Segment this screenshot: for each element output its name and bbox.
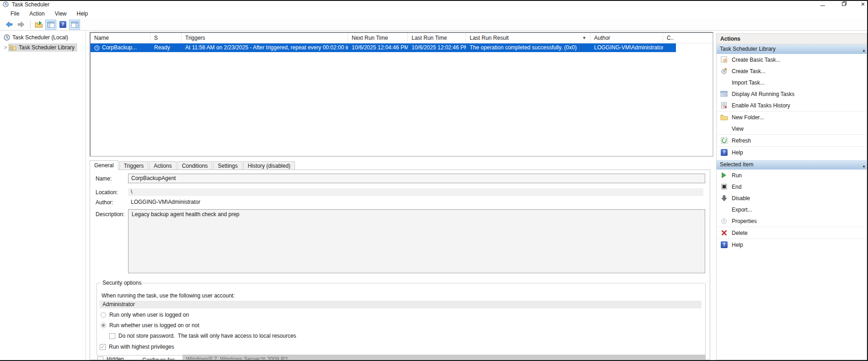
task-scheduler-window: Task Scheduler × File Action View Help ? — [0, 1, 867, 360]
action-label: Help — [732, 149, 743, 156]
action-view[interactable]: View — [717, 123, 867, 134]
checkbox-icon[interactable] — [109, 333, 115, 339]
help-icon: ? — [721, 241, 728, 248]
task-list-header: Name S Triggers Next Run Time Last Run T… — [91, 33, 713, 43]
action-label: Create Basic Task... — [732, 57, 781, 63]
tab-history[interactable]: History (disabled) — [243, 161, 295, 170]
checkbox-hidden[interactable]: Hidden — [97, 356, 124, 360]
collapse-chevron-icon[interactable]: ▲ — [862, 162, 866, 171]
tab-general[interactable]: General — [90, 160, 118, 170]
task-name-cell: CorpBackup... — [102, 43, 137, 52]
action-refresh[interactable]: Refresh — [717, 135, 867, 146]
description-field[interactable]: Legacy backup agent health check and pre… — [128, 209, 705, 273]
column-header-last-run-result[interactable]: Last Run Result ▼ — [466, 33, 590, 43]
column-header-last-run-time[interactable]: Last Run Time — [408, 33, 466, 43]
author-field: LOGGING-VM\Administrator — [131, 199, 200, 205]
task-author-cell: LOGGING-VM\Administrator — [590, 43, 663, 52]
tree-root-label: Task Scheduler (Local) — [12, 34, 68, 41]
radio-selected-icon[interactable] — [101, 323, 106, 328]
action-end[interactable]: End — [717, 181, 867, 192]
console-tree-toggle-button[interactable] — [45, 20, 56, 30]
action-properties[interactable]: Properties — [717, 215, 867, 227]
tree-library-label: Task Scheduler Library — [19, 44, 75, 51]
action-run[interactable]: Run — [717, 170, 867, 181]
actions-pane-header: Actions — [717, 34, 867, 44]
menu-action[interactable]: Action — [24, 10, 49, 18]
hidden-checkbox-icon[interactable] — [97, 356, 103, 361]
security-options-group: Security options When running the task, … — [96, 280, 706, 356]
menubar: File Action View Help — [0, 8, 867, 19]
menu-file[interactable]: File — [5, 10, 24, 18]
action-label: End — [732, 184, 741, 190]
column-header-status[interactable]: S — [150, 33, 182, 43]
restore-button[interactable] — [837, 1, 851, 8]
checkbox-run-highest-privileges[interactable]: ✓ Run with highest privileges — [100, 344, 174, 350]
console-tree-toggle-icon — [47, 21, 55, 28]
help-toolbar-button[interactable]: ? — [57, 20, 68, 30]
column-header-name[interactable]: Name — [91, 33, 150, 43]
security-options-title: Security options — [101, 280, 143, 286]
tab-actions[interactable]: Actions — [149, 161, 176, 170]
action-new-folder[interactable]: New Folder... — [717, 111, 867, 123]
tab-conditions[interactable]: Conditions — [177, 161, 213, 170]
app-clock-icon — [3, 1, 9, 7]
tab-settings[interactable]: Settings — [213, 161, 242, 170]
close-button[interactable]: × — [856, 1, 868, 8]
action-create-task[interactable]: Create Task... — [717, 65, 867, 77]
radio-run-only-logged-on[interactable]: Run only when user is logged on — [101, 312, 189, 318]
section-task-scheduler-library[interactable]: Task Scheduler Library ▲ — [717, 44, 867, 54]
action-create-basic-task[interactable]: Create Basic Task... — [717, 54, 867, 65]
name-label: Name: — [96, 175, 112, 182]
help-icon: ? — [721, 149, 728, 156]
action-help-library[interactable]: ? Help — [717, 147, 867, 158]
action-label: Delete — [732, 230, 748, 236]
action-pane-toggle-button[interactable] — [69, 20, 80, 30]
forward-button[interactable] — [16, 20, 27, 30]
description-label: Description: — [96, 211, 124, 218]
column-header-author[interactable]: Author — [590, 33, 663, 43]
task-last-run-cell: 10/6/2025 12:02:46 PM — [408, 43, 466, 52]
account-value-field: Administrator — [100, 301, 702, 308]
action-label: Help — [732, 242, 743, 248]
action-enable-all-tasks-history[interactable]: Enable All Tasks History — [717, 100, 867, 111]
general-tab-panel: Name: CorpBackupAgent Location: \ Author… — [90, 170, 710, 360]
location-field: \ — [128, 188, 703, 196]
back-button[interactable] — [4, 20, 15, 30]
tree-item-task-scheduler-library[interactable]: > Task Scheduler Library — [0, 43, 77, 52]
checkbox-checked-icon[interactable]: ✓ — [100, 344, 106, 350]
folder-clock-icon — [9, 44, 16, 51]
menu-view[interactable]: View — [50, 10, 72, 18]
tab-triggers[interactable]: Triggers — [119, 161, 149, 170]
task-row-corpbackupagent[interactable]: CorpBackup... Ready At 11:56 AM on 2/23/… — [91, 43, 713, 52]
expander-chevron-icon[interactable]: > — [3, 44, 8, 51]
minimize-button[interactable] — [816, 1, 830, 8]
checkbox-do-not-store-password[interactable]: Do not store password. The task will onl… — [109, 333, 296, 339]
task-name-field[interactable]: CorpBackupAgent — [128, 174, 705, 183]
action-label: Export... — [732, 207, 752, 213]
forward-icon — [17, 21, 25, 28]
menu-help[interactable]: Help — [72, 10, 93, 18]
column-header-created[interactable]: C.. — [663, 33, 713, 43]
radio-run-whether-logged-on[interactable]: Run whether user is logged on or not — [101, 322, 199, 329]
section-selected-item[interactable]: Selected Item ▲ — [717, 160, 867, 170]
tree-item-task-scheduler-local[interactable]: Task Scheduler (Local) — [0, 33, 68, 42]
action-help-selected[interactable]: ? Help — [717, 239, 867, 250]
action-delete[interactable]: Delete — [717, 227, 867, 239]
author-label: Author: — [96, 199, 113, 206]
action-import-task[interactable]: Import Task... — [717, 77, 867, 88]
action-disable[interactable]: Disable — [717, 192, 867, 204]
column-header-next-run-time[interactable]: Next Run Time — [348, 33, 408, 43]
history-icon — [719, 102, 729, 109]
main-area: Task Scheduler (Local) > Task Scheduler … — [0, 31, 867, 360]
column-header-triggers[interactable]: Triggers — [182, 33, 348, 43]
action-display-all-running-tasks[interactable]: Display All Running Tasks — [717, 88, 867, 100]
configure-for-dropdown[interactable]: Windows® 7, Windows Server™ 2008 R2 — [182, 355, 706, 360]
action-export[interactable]: Export... — [717, 204, 867, 215]
collapse-chevron-icon[interactable]: ▲ — [862, 46, 866, 55]
configure-for-label: Configure for: — [142, 357, 176, 360]
radio-icon[interactable] — [101, 312, 106, 318]
folder-arrow-button[interactable] — [33, 20, 44, 30]
red-x-icon — [719, 230, 729, 236]
actions-pane: Actions Task Scheduler Library ▲ Create … — [716, 33, 867, 360]
task-triggers-cell: At 11:56 AM on 2/23/2025 - After trigger… — [182, 43, 348, 52]
